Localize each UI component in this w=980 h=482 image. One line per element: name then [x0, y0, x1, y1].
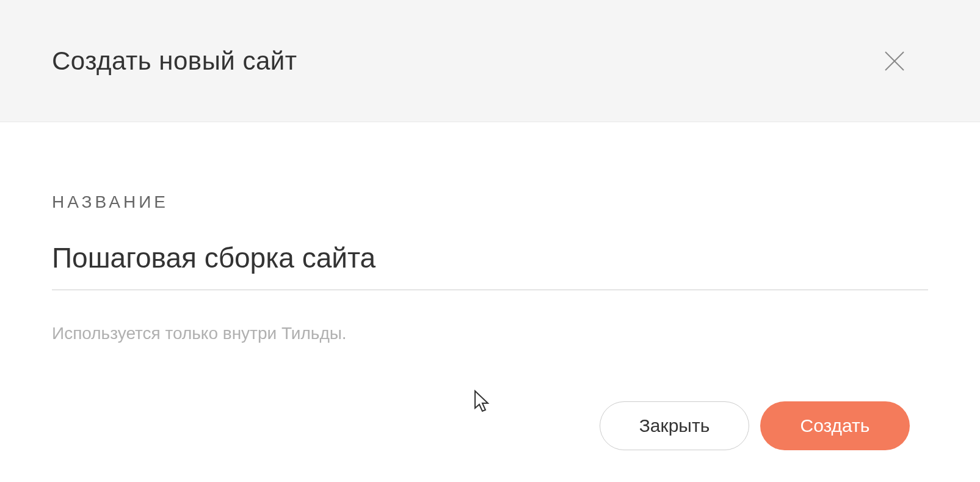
- close-button[interactable]: [879, 46, 910, 76]
- create-button[interactable]: Создать: [760, 401, 910, 450]
- modal-body: НАЗВАНИЕ Используется только внутри Тиль…: [0, 122, 980, 450]
- modal-title: Создать новый сайт: [52, 46, 297, 76]
- field-label: НАЗВАНИЕ: [52, 192, 928, 212]
- cancel-button[interactable]: Закрыть: [600, 401, 749, 450]
- modal-header: Создать новый сайт: [0, 0, 980, 122]
- button-row: Закрыть Создать: [52, 401, 928, 450]
- close-icon: [882, 49, 907, 73]
- site-name-input[interactable]: [52, 236, 928, 290]
- help-text: Используется только внутри Тильды.: [52, 324, 928, 343]
